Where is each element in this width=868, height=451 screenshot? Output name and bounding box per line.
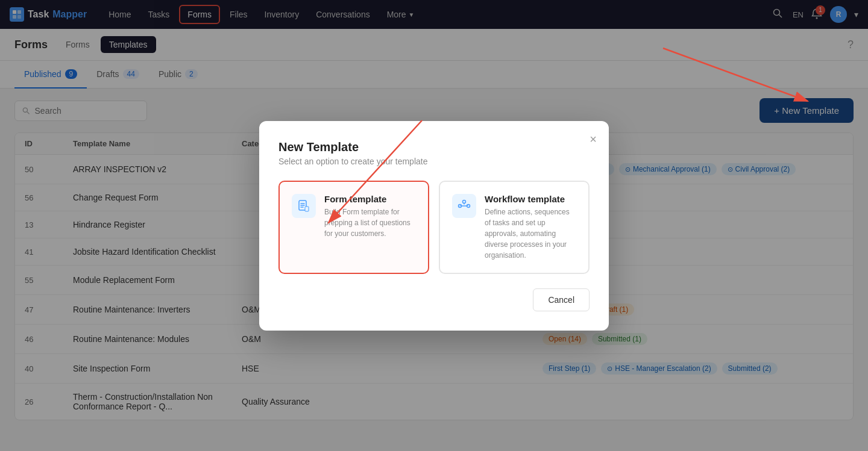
workflow-template-desc: Define actions, sequences of tasks and s…: [485, 207, 576, 261]
form-template-option[interactable]: Form template Build Form template for pr…: [278, 181, 429, 274]
workflow-template-option[interactable]: Workflow template Define actions, sequen…: [439, 181, 590, 274]
svg-point-13: [463, 200, 466, 203]
form-template-title: Form template: [324, 194, 416, 204]
cancel-button[interactable]: Cancel: [533, 288, 590, 311]
modal-options: Form template Build Form template for pr…: [278, 181, 590, 274]
new-template-modal: × New Template Select an option to creat…: [259, 121, 609, 331]
modal-overlay[interactable]: × New Template Select an option to creat…: [0, 0, 868, 430]
svg-rect-10: [305, 207, 309, 211]
workflow-template-content: Workflow template Define actions, sequen…: [485, 194, 576, 261]
modal-title: New Template: [278, 140, 590, 154]
form-template-content: Form template Build Form template for pr…: [324, 194, 416, 239]
workflow-template-icon: [452, 194, 476, 218]
modal-close-button[interactable]: ×: [587, 131, 599, 148]
modal-subtitle: Select an option to create your template: [278, 157, 590, 166]
modal-footer: Cancel: [278, 288, 590, 311]
form-template-desc: Build Form template for prepping a list …: [324, 207, 416, 239]
form-template-icon: [292, 194, 316, 218]
workflow-template-title: Workflow template: [485, 194, 576, 204]
